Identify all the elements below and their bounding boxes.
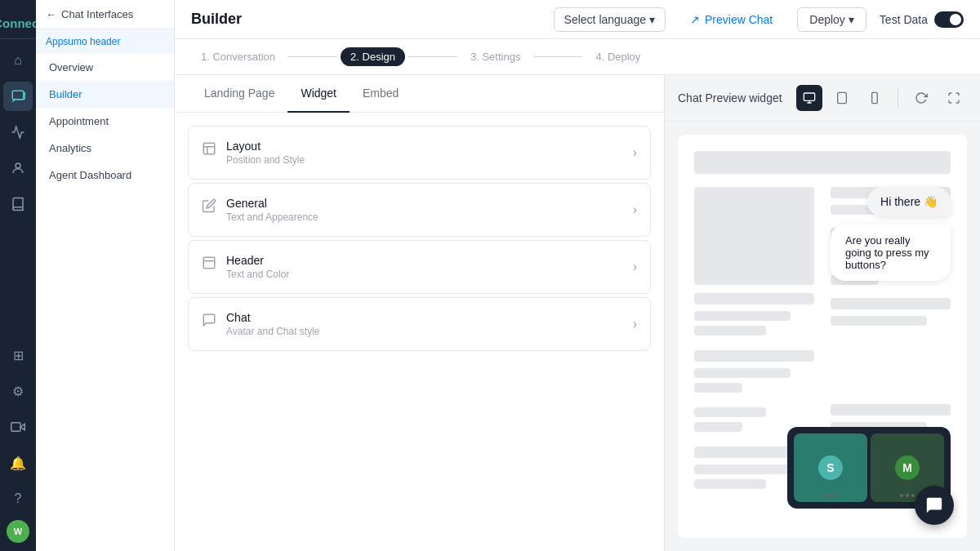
- svg-rect-6: [804, 93, 814, 100]
- sidebar-item-builder[interactable]: Builder: [36, 81, 174, 108]
- chat-chevron-icon: ›: [633, 317, 637, 331]
- skeleton-area: Hi there 👋 Are you really going to press…: [678, 135, 967, 538]
- refresh-preview-button[interactable]: [908, 85, 934, 111]
- test-data-label: Test Data: [880, 13, 928, 26]
- chat-nav-icon[interactable]: [3, 82, 33, 111]
- general-menu-item[interactable]: General Text and Appearence ›: [188, 183, 651, 237]
- skel-l3: [694, 326, 766, 335]
- bell-nav-icon[interactable]: 🔔: [3, 448, 33, 478]
- step-4-label: 4. Deploy: [586, 47, 650, 66]
- content-area: Landing Page Widget Embed Layout Positio…: [175, 75, 980, 551]
- tab-widget[interactable]: Widget: [287, 75, 350, 113]
- svg-rect-9: [872, 92, 878, 103]
- chat-fab-button[interactable]: [915, 486, 954, 525]
- chat-title: Chat: [226, 311, 320, 324]
- svg-rect-4: [203, 143, 215, 154]
- general-title: General: [226, 197, 318, 210]
- header-chevron-icon: ›: [633, 260, 637, 274]
- skel-l7: [694, 407, 766, 417]
- svg-point-1: [16, 163, 20, 168]
- general-subtitle: Text and Appearence: [226, 211, 318, 223]
- top-header: Builder Select language ▾ ↗ Preview Chat…: [175, 0, 980, 39]
- step-2[interactable]: 2. Design: [341, 47, 405, 66]
- chat-preview-overlay: Hi there 👋 Are you really going to press…: [831, 187, 951, 281]
- home-icon[interactable]: ⌂: [3, 46, 33, 75]
- header-menu-left: Header Text and Color: [202, 254, 289, 280]
- step-4[interactable]: 4. Deploy: [586, 47, 650, 66]
- header-title: Header: [226, 254, 289, 267]
- fullscreen-preview-button[interactable]: [941, 85, 967, 111]
- skel-l1: [694, 293, 814, 304]
- svg-rect-5: [203, 257, 215, 269]
- mobile-view-button[interactable]: [862, 85, 888, 111]
- layout-subtitle: Position and Style: [226, 154, 305, 166]
- sidebar-item-appointment[interactable]: Appointment: [36, 108, 174, 135]
- skel-r8: [831, 316, 927, 326]
- test-data-toggle[interactable]: [934, 11, 964, 28]
- sidebar-item-overview[interactable]: Overview: [36, 54, 174, 81]
- bubble-question-text: Are you really going to press my buttons…: [845, 234, 929, 271]
- external-link-icon: ↗: [690, 13, 700, 26]
- sidebar-section-label: Appsumo header: [36, 29, 174, 54]
- sidebar-item-analytics[interactable]: Analytics: [36, 135, 174, 162]
- layout-title: Layout: [226, 140, 305, 153]
- step-2-label: 2. Design: [341, 47, 405, 66]
- step-3[interactable]: 3. Settings: [461, 47, 530, 66]
- general-menu-text: General Text and Appearence: [226, 197, 318, 223]
- user-avatar-icon[interactable]: W: [7, 520, 29, 543]
- test-data-wrap: Test Data: [880, 11, 964, 28]
- video-avatar-m: M: [895, 455, 920, 480]
- step-bar: 1. Conversation 2. Design 3. Settings 4.…: [175, 39, 980, 75]
- preview-chat-button[interactable]: ↗ Preview Chat: [679, 8, 784, 31]
- analytics-nav-icon[interactable]: [3, 118, 33, 147]
- step-1[interactable]: 1. Conversation: [191, 47, 285, 66]
- layout-menu-text: Layout Position and Style: [226, 140, 305, 166]
- book-nav-icon[interactable]: [3, 189, 33, 219]
- svg-rect-7: [838, 92, 847, 103]
- chat-menu-left: Chat Avatar and Chat style: [202, 311, 320, 337]
- video-dots-left: [823, 494, 838, 497]
- deploy-button[interactable]: Deploy ▾: [797, 7, 866, 32]
- header-menu-item[interactable]: Header Text and Color ›: [188, 240, 651, 294]
- preview-header: Chat Preview widget: [665, 75, 980, 122]
- step-connector-2: [408, 56, 457, 57]
- step-connector-1: [288, 56, 337, 57]
- desktop-view-button[interactable]: [796, 85, 822, 111]
- layout-icon: [202, 141, 216, 159]
- skel-l6: [694, 383, 742, 393]
- tab-landing-page[interactable]: Landing Page: [191, 75, 287, 113]
- grid-nav-icon[interactable]: ⊞: [3, 340, 33, 370]
- main-content: Builder Select language ▾ ↗ Preview Chat…: [175, 0, 980, 551]
- deploy-chevron-icon: ▾: [849, 13, 854, 26]
- settings-nav-icon[interactable]: ⚙: [3, 376, 33, 406]
- preview-controls: [796, 85, 967, 111]
- sidebar-back-button[interactable]: ← Chat Interfaces: [36, 0, 174, 29]
- sidebar-item-agent-dashboard[interactable]: Agent Dashboard: [36, 162, 174, 189]
- header-subtitle: Text and Color: [226, 269, 289, 280]
- svg-rect-0: [12, 91, 24, 100]
- skel-l11: [694, 479, 766, 489]
- help-nav-icon[interactable]: ?: [3, 484, 33, 513]
- video-nav-icon[interactable]: [3, 412, 33, 442]
- chat-menu-item[interactable]: Chat Avatar and Chat style ›: [188, 297, 651, 351]
- layout-menu-item[interactable]: Layout Position and Style ›: [188, 126, 651, 180]
- preview-content: Hi there 👋 Are you really going to press…: [665, 122, 980, 551]
- step-connector-3: [533, 56, 582, 57]
- sidebar-back-label: Chat Interfaces: [61, 8, 133, 20]
- tab-embed[interactable]: Embed: [350, 75, 412, 113]
- skel-l2: [694, 311, 791, 321]
- bubble-question: Are you really going to press my buttons…: [831, 224, 951, 281]
- tablet-view-button[interactable]: [829, 85, 855, 111]
- video-dots-right: [900, 494, 915, 497]
- skel-r9: [831, 404, 951, 415]
- skel-r7: [831, 298, 951, 309]
- deploy-label: Deploy: [809, 13, 845, 26]
- user-nav-icon[interactable]: [3, 153, 33, 183]
- select-language-button[interactable]: Select language ▾: [554, 7, 666, 32]
- skel-l8: [694, 422, 742, 432]
- chat-menu-text: Chat Avatar and Chat style: [226, 311, 320, 337]
- svg-rect-3: [11, 423, 20, 432]
- right-panel: Chat Preview widget: [665, 75, 980, 551]
- bubble-hi-text: Hi there 👋: [880, 195, 938, 208]
- skeleton-header: [694, 151, 951, 174]
